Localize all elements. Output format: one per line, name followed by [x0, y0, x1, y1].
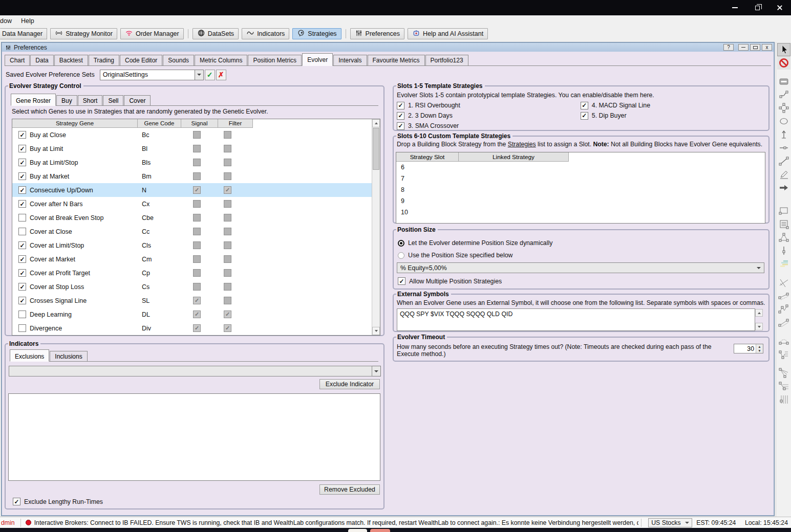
slot-row-9[interactable]: 9: [396, 195, 765, 207]
slot-checkbox-row[interactable]: ✓4. MACD Signal Line: [581, 100, 765, 110]
slot-row-7[interactable]: 7: [396, 173, 765, 184]
tab-sounds[interactable]: Sounds: [163, 55, 194, 65]
close-button[interactable]: x: [762, 44, 772, 51]
crossed-lines-icon[interactable]: [777, 276, 790, 290]
checkbox-checked-icon[interactable]: ✓: [18, 131, 26, 139]
filter-checkbox-icon[interactable]: [224, 214, 231, 221]
position-size-option-dynamic[interactable]: Let the Evolver determine Position Size …: [398, 239, 552, 247]
checkbox-checked-icon[interactable]: ✓: [581, 102, 588, 109]
filter-checkbox-checked-icon[interactable]: ✓: [224, 186, 231, 194]
gene-tab-short[interactable]: Short: [78, 95, 103, 105]
filter-checkbox-checked-icon[interactable]: ✓: [224, 311, 231, 318]
triangle-icon[interactable]: [777, 231, 790, 244]
gene-tab-cover[interactable]: Cover: [124, 95, 151, 105]
indicators-tab-inclusions[interactable]: Inclusions: [50, 351, 87, 361]
saved-sets-dropdown-button[interactable]: [195, 70, 204, 80]
ellipse-nodes-icon[interactable]: [777, 101, 790, 115]
slot-checkbox-row[interactable]: ✓3. SMA Crossover: [397, 121, 575, 131]
checkbox-checked-icon[interactable]: ✓: [398, 277, 405, 285]
checkbox-checked-icon[interactable]: ✓: [18, 145, 26, 152]
gene-row-bls[interactable]: ✓Buy at Limit/StopBls: [12, 156, 372, 169]
no-entry-icon[interactable]: [777, 56, 790, 70]
gene-row-bc[interactable]: ✓Buy at CloseBc: [12, 128, 372, 142]
minimize-icon[interactable]: [723, 0, 746, 15]
gene-row-cs[interactable]: ✓Cover at Stop LossCs: [12, 280, 372, 294]
toolbar-button-strategy-monitor[interactable]: Strategy Monitor: [50, 28, 117, 39]
column-header-signal[interactable]: Signal: [181, 119, 218, 128]
market-combobox[interactable]: US Stocks: [648, 518, 692, 527]
indicator-dropdown-button[interactable]: [372, 366, 381, 376]
close-icon[interactable]: [768, 0, 791, 15]
checkbox-checked-icon[interactable]: ✓: [18, 159, 26, 166]
scroll-up-icon[interactable]: [372, 119, 380, 127]
menu-item-window[interactable]: dow: [0, 16, 16, 26]
trend-line-icon[interactable]: [777, 154, 790, 168]
external-symbols-input[interactable]: [397, 308, 755, 331]
column-header-gene-code[interactable]: Gene Code: [138, 119, 181, 128]
gene-tab-buy[interactable]: Buy: [56, 95, 77, 105]
tab-chart[interactable]: Chart: [5, 55, 30, 65]
fib-zigzag-icon[interactable]: [777, 348, 790, 362]
gene-tab-gene-roster[interactable]: Gene Roster: [11, 94, 56, 106]
signal-checkbox-icon[interactable]: [193, 214, 201, 221]
filter-checkbox-icon[interactable]: [224, 269, 231, 277]
signal-checkbox-icon[interactable]: [193, 269, 201, 277]
speed-lines-icon[interactable]: [777, 380, 790, 393]
tab-metric-columns[interactable]: Metric Columns: [195, 55, 247, 65]
save-set-button[interactable]: ✓: [205, 70, 215, 80]
note-label-icon[interactable]: [777, 75, 790, 88]
signal-checkbox-icon[interactable]: [193, 255, 201, 263]
text-note-icon[interactable]: [777, 217, 790, 231]
restore-icon[interactable]: [746, 0, 768, 15]
gene-table-scrollbar[interactable]: [372, 119, 380, 335]
allow-multiple-checkbox-row[interactable]: ✓ Allow Multiple Position Strategies: [398, 277, 502, 285]
spin-up-icon[interactable]: ▲: [756, 344, 763, 349]
horizontal-line-icon[interactable]: [777, 141, 790, 154]
slot-row-10[interactable]: 10: [396, 207, 765, 218]
help-button[interactable]: ?: [723, 44, 734, 51]
checkbox-checked-icon[interactable]: ✓: [397, 112, 404, 120]
arrow-icon[interactable]: [777, 181, 790, 194]
fib-time-zones-icon[interactable]: [777, 393, 790, 406]
filter-checkbox-icon[interactable]: [224, 228, 231, 235]
saved-sets-combobox[interactable]: OriginalSettings: [100, 70, 195, 80]
gene-row-sl[interactable]: ✓Crosses Signal LineSL✓: [12, 294, 372, 307]
toolbar-button-preferences[interactable]: Preferences: [350, 28, 404, 39]
chart-bars-icon[interactable]: [777, 257, 790, 271]
checkbox-checked-icon[interactable]: ✓: [18, 255, 26, 263]
gene-row-cc[interactable]: Cover at CloseCc: [12, 225, 372, 238]
gene-row-cbe[interactable]: Cover at Break Even StopCbe: [12, 211, 372, 225]
tab-portfolio123[interactable]: Portfolio123: [425, 55, 468, 65]
exclude-lengthy-checkbox-row[interactable]: ✓ Exclude Lengthy Run-Times: [13, 498, 103, 505]
slot-row-8[interactable]: 8: [396, 184, 765, 195]
filter-checkbox-icon[interactable]: [224, 283, 231, 291]
delete-set-button[interactable]: ✗: [216, 70, 226, 80]
column-header-filter[interactable]: Filter: [218, 119, 253, 128]
tab-favourite-metrics[interactable]: Favourite Metrics: [368, 55, 425, 65]
gene-row-bl[interactable]: ✓Buy at LimitBl: [12, 142, 372, 156]
maximize-button[interactable]: [750, 44, 760, 51]
column-header-linked-strategy[interactable]: Linked Strategy: [459, 152, 569, 162]
tab-position-metrics[interactable]: Position Metrics: [248, 55, 302, 65]
preferences-titlebar[interactable]: Preferences ? x: [2, 43, 774, 52]
signal-checkbox-checked-icon[interactable]: ✓: [193, 324, 201, 332]
rectangle-icon[interactable]: [777, 204, 790, 217]
checkbox-checked-icon[interactable]: ✓: [18, 297, 26, 304]
radio-unselected-icon[interactable]: [398, 252, 404, 259]
parallel-channel-icon[interactable]: [777, 290, 790, 303]
checkbox-checked-icon[interactable]: ✓: [18, 172, 26, 180]
indicators-tab-exclusions[interactable]: Exclusions: [10, 349, 49, 362]
gene-row-div[interactable]: DivergenceDiv✓✓: [12, 321, 372, 335]
checkbox-unchecked-icon[interactable]: [18, 214, 26, 221]
tab-evolver[interactable]: Evolver: [302, 53, 333, 66]
signal-checkbox-icon[interactable]: [193, 172, 201, 180]
signal-checkbox-icon[interactable]: [193, 283, 201, 291]
slot-checkbox-row[interactable]: ✓2. 3 Down Days: [397, 110, 575, 121]
zigzag-icon[interactable]: [777, 303, 790, 316]
filter-checkbox-icon[interactable]: [224, 200, 231, 208]
ellipse-icon[interactable]: [777, 115, 790, 128]
tab-intervals[interactable]: Intervals: [333, 55, 367, 65]
checkbox-checked-icon[interactable]: ✓: [18, 269, 26, 277]
signal-checkbox-icon[interactable]: [193, 228, 201, 235]
pencil-icon[interactable]: [777, 168, 790, 181]
